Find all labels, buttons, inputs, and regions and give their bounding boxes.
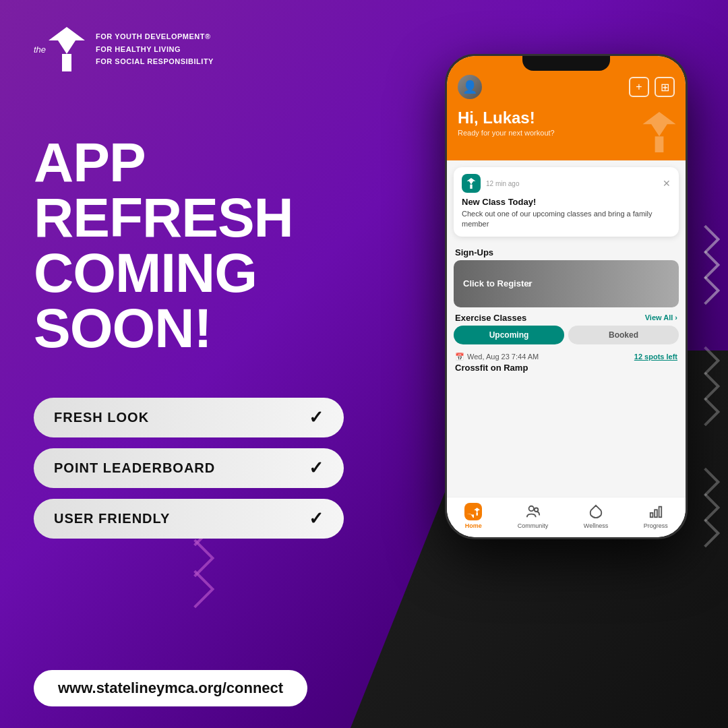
feature-label-2: POINT LEADERBOARD: [54, 460, 215, 476]
svg-point-5: [528, 506, 533, 511]
signup-text: Click to Register: [463, 278, 533, 289]
feature-pill-1: FRESH LOOK ✓: [34, 398, 344, 437]
wellness-icon: [587, 503, 605, 520]
class-date: 📅 Wed, Aug 23 7:44 AM: [455, 353, 539, 361]
classes-tabs: Upcoming Booked: [454, 326, 679, 344]
headline-line3: SOON!: [34, 301, 364, 356]
header: the FOR YOUTH DEVELOPMENT® FOR HEALTHY L…: [34, 27, 214, 71]
checkmark-3: ✓: [309, 508, 324, 529]
nav-item-wellness[interactable]: Wellness: [584, 503, 608, 529]
checkmark-2: ✓: [309, 458, 324, 479]
scan-button[interactable]: ⊞: [655, 77, 675, 97]
nav-item-home[interactable]: Home: [464, 503, 482, 529]
app-header: 👤 + ⊞ Hi, Lukas! Ready for your next wor…: [447, 56, 686, 160]
tagline-1: FOR YOUTH DEVELOPMENT®: [96, 30, 214, 43]
signups-label: Sign-Ups: [447, 243, 686, 260]
headline-text: APP REFRESH COMING SOON!: [34, 135, 364, 356]
bottom-nav: Home Community: [447, 497, 686, 537]
svg-rect-2: [470, 185, 472, 189]
class-name: Crossfit on Ramp: [455, 363, 677, 373]
classes-title: Exercise Classes: [455, 313, 526, 323]
the-text: the: [34, 44, 46, 55]
class-item: 📅 Wed, Aug 23 7:44 AM 12 spots left Cros…: [447, 348, 686, 377]
app-avatar: 👤: [458, 75, 482, 99]
tab-booked[interactable]: Booked: [568, 326, 679, 344]
notif-header-row: 12 min ago: [462, 174, 519, 193]
notif-close-button[interactable]: ✕: [663, 178, 671, 189]
tagline-3: FOR SOCIAL RESPONSIBILITY: [96, 55, 214, 68]
notif-time: 12 min ago: [486, 180, 519, 187]
headline-area: APP REFRESH COMING SOON!: [34, 135, 364, 356]
class-datetime: 📅 Wed, Aug 23 7:44 AM 12 spots left: [455, 353, 677, 361]
nav-label-progress: Progress: [644, 522, 668, 529]
checkmark-1: ✓: [309, 407, 324, 428]
phone-outer: 👤 + ⊞ Hi, Lukas! Ready for your next wor…: [445, 54, 688, 539]
header-taglines: FOR YOUTH DEVELOPMENT® FOR HEALTHY LIVIN…: [96, 30, 214, 68]
community-icon: [524, 503, 542, 520]
decorative-chevrons-right-top: [696, 229, 716, 306]
phone-mockup: 👤 + ⊞ Hi, Lukas! Ready for your next wor…: [445, 54, 688, 526]
classes-header: Exercise Classes View All ›: [447, 307, 686, 326]
progress-icon: [647, 503, 665, 520]
nav-label-home: Home: [465, 522, 482, 529]
app-y-watermark: [642, 112, 676, 155]
class-spots: 12 spots left: [634, 353, 677, 361]
footer-url-text: www.statelineymca.org/connect: [58, 679, 283, 696]
nav-item-progress[interactable]: Progress: [644, 503, 668, 529]
avatar-image: 👤: [458, 75, 482, 99]
svg-rect-7: [650, 513, 653, 517]
app-header-top: 👤 + ⊞: [458, 75, 675, 99]
tagline-2: FOR HEALTHY LIVING: [96, 43, 214, 56]
notif-body: Check out one of our upcoming classes an…: [462, 209, 671, 230]
notif-header: 12 min ago ✕: [462, 174, 671, 193]
svg-rect-0: [62, 54, 71, 71]
nav-item-community[interactable]: Community: [518, 503, 549, 529]
svg-rect-8: [655, 510, 657, 517]
feature-label-1: FRESH LOOK: [54, 410, 149, 425]
signup-arrow: ›: [528, 278, 531, 289]
svg-rect-1: [655, 136, 664, 152]
home-icon: [464, 503, 482, 520]
calendar-icon: 📅: [455, 353, 464, 361]
ymca-logo: the: [34, 27, 85, 71]
phone-screen: 👤 + ⊞ Hi, Lukas! Ready for your next wor…: [447, 56, 686, 537]
svg-rect-9: [659, 507, 661, 518]
notif-title: New Class Today!: [462, 197, 671, 207]
features-area: FRESH LOOK ✓ POINT LEADERBOARD ✓ USER FR…: [34, 398, 344, 549]
ymca-y-icon: [49, 27, 85, 71]
tab-upcoming[interactable]: Upcoming: [454, 326, 564, 344]
add-button[interactable]: +: [629, 77, 649, 97]
nav-label-community: Community: [518, 522, 549, 529]
footer-url-pill: www.statelineymca.org/connect: [34, 670, 307, 706]
main-container: the FOR YOUTH DEVELOPMENT® FOR HEALTHY L…: [0, 0, 728, 728]
feature-label-3: USER FRIENDLY: [54, 511, 170, 526]
feature-pill-2: POINT LEADERBOARD ✓: [34, 448, 344, 488]
headline-line2: COMING: [34, 245, 364, 301]
phone-notch: [522, 56, 610, 71]
decorative-chevrons-right-bot: [696, 472, 716, 549]
headline-line1: APP REFRESH: [34, 135, 364, 245]
nav-label-wellness: Wellness: [584, 522, 608, 529]
app-header-actions: + ⊞: [629, 77, 675, 97]
signup-banner[interactable]: Click to Register ›: [454, 260, 679, 307]
notif-icon: [462, 174, 481, 193]
svg-rect-4: [476, 512, 477, 516]
view-all-link[interactable]: View All ›: [645, 313, 677, 322]
svg-point-6: [534, 508, 538, 512]
decorative-chevrons-right-mid: [696, 351, 716, 427]
feature-pill-3: USER FRIENDLY ✓: [34, 499, 344, 539]
notification-card: 12 min ago ✕ New Class Today! Check out …: [454, 167, 679, 237]
